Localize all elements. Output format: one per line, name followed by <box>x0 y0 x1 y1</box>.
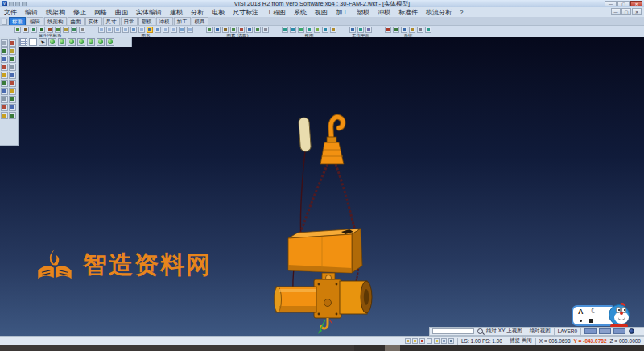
ime-keyboard-icon[interactable] <box>589 319 593 323</box>
toolbar-tab-5[interactable]: 尺寸 <box>103 17 120 25</box>
view-orient-blank-1-icon[interactable] <box>29 38 37 46</box>
menu-item-6[interactable]: 实体编辑 <box>132 8 166 17</box>
toolbar-tab-1[interactable]: 编辑 <box>27 17 43 25</box>
left-tool-15-icon[interactable] <box>9 96 16 103</box>
left-tool-17-icon[interactable] <box>9 104 16 111</box>
system-2-icon[interactable] <box>401 27 407 33</box>
left-tool-9-icon[interactable] <box>9 72 16 79</box>
taskbar-window-button[interactable] <box>385 345 400 351</box>
status-tool-0-icon[interactable] <box>405 338 411 344</box>
toolbar-tab-0[interactable]: 标准 <box>9 17 26 25</box>
menu-item-2[interactable]: 线架构 <box>42 8 69 17</box>
attributes-6-icon[interactable] <box>63 27 69 33</box>
attributes-1-icon[interactable] <box>23 27 29 33</box>
view-1-icon[interactable] <box>290 27 296 33</box>
entity-select-0-icon[interactable] <box>206 27 213 33</box>
status-tool-5-icon[interactable] <box>441 338 447 344</box>
search-icon[interactable] <box>477 328 483 334</box>
left-tool-3-icon[interactable] <box>9 47 16 55</box>
toolbar-tab-8[interactable]: 冲模 <box>156 17 173 25</box>
layer-label[interactable]: LAYER0 <box>558 328 577 334</box>
left-tool-6-icon[interactable] <box>1 64 8 71</box>
left-tool-2-icon[interactable] <box>1 47 8 55</box>
graphics-5-icon[interactable] <box>138 27 145 33</box>
menu-item-13[interactable]: 视图 <box>311 8 332 17</box>
3d-viewport[interactable]: 智造资料网 <box>0 37 644 336</box>
toolbar-tab-2[interactable]: 线架构 <box>44 17 67 25</box>
toolbar-tab-6[interactable]: 日常 <box>121 17 138 25</box>
close-button[interactable]: ✕ <box>630 1 642 6</box>
menu-item-16[interactable]: 冲模 <box>374 8 394 17</box>
layer-button-0[interactable] <box>584 328 597 334</box>
menu-item-5[interactable]: 曲面 <box>111 8 132 17</box>
menu-item-15[interactable]: 塑模 <box>353 8 374 17</box>
ime-tool-icon[interactable] <box>580 320 582 322</box>
toolbar-tab-4[interactable]: 实体 <box>85 17 102 25</box>
menu-item-3[interactable]: 修正 <box>69 8 90 17</box>
menu-item-14[interactable]: 加工 <box>332 8 353 17</box>
left-tool-19-icon[interactable] <box>9 112 16 119</box>
attributes-4-icon[interactable] <box>47 27 53 33</box>
system-1-icon[interactable] <box>393 27 399 33</box>
maximize-button[interactable]: ▢ <box>617 1 630 6</box>
toolbar-tab-10[interactable]: 模具 <box>192 17 208 25</box>
attributes-5-icon[interactable] <box>55 27 61 33</box>
menu-item-1[interactable]: 编辑 <box>21 8 42 17</box>
view-orient-sphere-5-icon[interactable] <box>68 38 76 46</box>
left-tool-1-icon[interactable] <box>9 39 16 47</box>
system-4-icon[interactable] <box>417 27 423 33</box>
entity-select-1-icon[interactable] <box>214 27 221 33</box>
graphics-6-icon[interactable] <box>147 27 153 33</box>
system-5-icon[interactable] <box>425 27 431 33</box>
child-close-button[interactable]: ✕ <box>632 8 642 15</box>
menu-item-12[interactable]: 系统 <box>290 8 311 17</box>
layer-button-2[interactable] <box>613 328 625 334</box>
status-tool-3-icon[interactable] <box>427 338 432 344</box>
workplane-2-icon[interactable] <box>365 27 372 33</box>
graphics-7-icon[interactable] <box>155 27 161 33</box>
left-tool-10-icon[interactable] <box>1 80 8 87</box>
left-tool-8-icon[interactable] <box>1 72 8 79</box>
entity-select-4-icon[interactable] <box>238 27 245 33</box>
entity-select-5-icon[interactable] <box>246 27 253 33</box>
graphics-4-icon[interactable] <box>130 27 137 33</box>
left-tool-16-icon[interactable] <box>1 104 8 111</box>
graphics-1-icon[interactable] <box>106 27 113 33</box>
menu-item-11[interactable]: 工程图 <box>262 8 290 17</box>
attributes-7-icon[interactable] <box>71 27 77 33</box>
view-5-icon[interactable] <box>322 27 328 33</box>
view-orient-sphere-8-icon[interactable] <box>97 38 105 46</box>
left-tool-0-icon[interactable] <box>1 39 8 47</box>
view-ref-label[interactable]: 绝对视图 <box>530 328 551 335</box>
graphics-2-icon[interactable] <box>114 27 121 33</box>
entity-select-3-icon[interactable] <box>230 27 237 33</box>
workplane-1-icon[interactable] <box>357 27 364 33</box>
globe-icon[interactable] <box>629 328 634 334</box>
graphics-11-icon[interactable] <box>187 27 193 33</box>
menu-item-18[interactable]: 模流分析 <box>422 8 456 17</box>
menu-item-4[interactable]: 网格 <box>90 8 111 17</box>
menu-item-10[interactable]: 尺寸标注 <box>229 8 262 17</box>
view-0-icon[interactable] <box>282 27 288 33</box>
left-tool-12-icon[interactable] <box>1 88 8 95</box>
menu-item-0[interactable]: 文件 <box>0 8 21 17</box>
status-tool-2-icon[interactable] <box>419 338 425 344</box>
status-tool-1-icon[interactable] <box>412 338 418 344</box>
entity-select-2-icon[interactable] <box>222 27 229 33</box>
menu-item-19[interactable]: ? <box>456 9 467 16</box>
command-input[interactable] <box>432 328 474 334</box>
snap-label[interactable]: 捕捉 关闭 <box>510 337 532 345</box>
attributes-8-icon[interactable] <box>79 27 85 33</box>
view-2-icon[interactable] <box>298 27 304 33</box>
ime-mode-label[interactable]: A <box>578 308 584 316</box>
system-0-icon[interactable] <box>385 27 391 33</box>
child-minimize-button[interactable]: — <box>611 8 621 15</box>
minimize-button[interactable]: — <box>605 1 617 6</box>
view-orient-sphere-4-icon[interactable] <box>58 38 66 46</box>
attributes-2-icon[interactable] <box>31 27 37 33</box>
attributes-3-icon[interactable] <box>39 27 45 33</box>
workplane-0-icon[interactable] <box>349 27 356 33</box>
chain-hoist-model[interactable] <box>270 105 374 339</box>
system-3-icon[interactable] <box>409 27 415 33</box>
graphics-8-icon[interactable] <box>163 27 169 33</box>
